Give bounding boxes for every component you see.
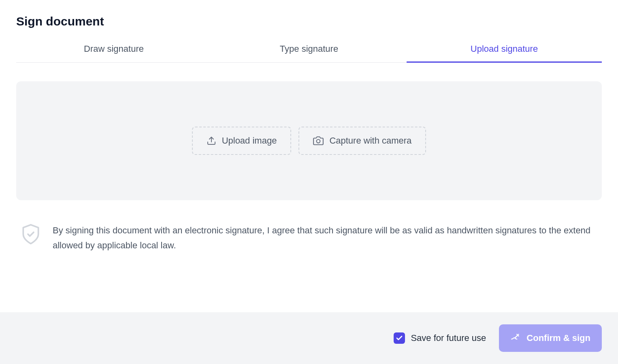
signature-icon bbox=[510, 332, 521, 345]
signature-tabs: Draw signature Type signature Upload sig… bbox=[16, 36, 602, 63]
page-title: Sign document bbox=[16, 15, 602, 28]
disclaimer-text: By signing this document with an electro… bbox=[53, 223, 599, 253]
camera-icon bbox=[313, 135, 324, 146]
upload-image-button[interactable]: Upload image bbox=[192, 127, 292, 155]
save-future-checkbox[interactable]: Save for future use bbox=[394, 332, 486, 344]
svg-point-1 bbox=[317, 140, 320, 143]
confirm-sign-label: Confirm & sign bbox=[526, 333, 590, 343]
confirm-sign-button[interactable]: Confirm & sign bbox=[499, 324, 602, 352]
footer: Save for future use Confirm & sign bbox=[0, 312, 618, 364]
save-future-label: Save for future use bbox=[411, 333, 486, 343]
upload-drop-area[interactable]: Upload image Capture with camera bbox=[16, 81, 602, 200]
tab-upload-signature[interactable]: Upload signature bbox=[407, 36, 602, 63]
checkbox-checked-icon bbox=[394, 332, 405, 344]
shield-check-icon bbox=[19, 223, 42, 247]
upload-icon bbox=[207, 136, 216, 146]
tab-type-signature[interactable]: Type signature bbox=[211, 36, 407, 63]
disclaimer: By signing this document with an electro… bbox=[16, 223, 602, 253]
upload-image-label: Upload image bbox=[222, 135, 277, 146]
tab-draw-signature[interactable]: Draw signature bbox=[16, 36, 211, 63]
capture-camera-label: Capture with camera bbox=[329, 135, 411, 146]
capture-camera-button[interactable]: Capture with camera bbox=[298, 127, 426, 155]
